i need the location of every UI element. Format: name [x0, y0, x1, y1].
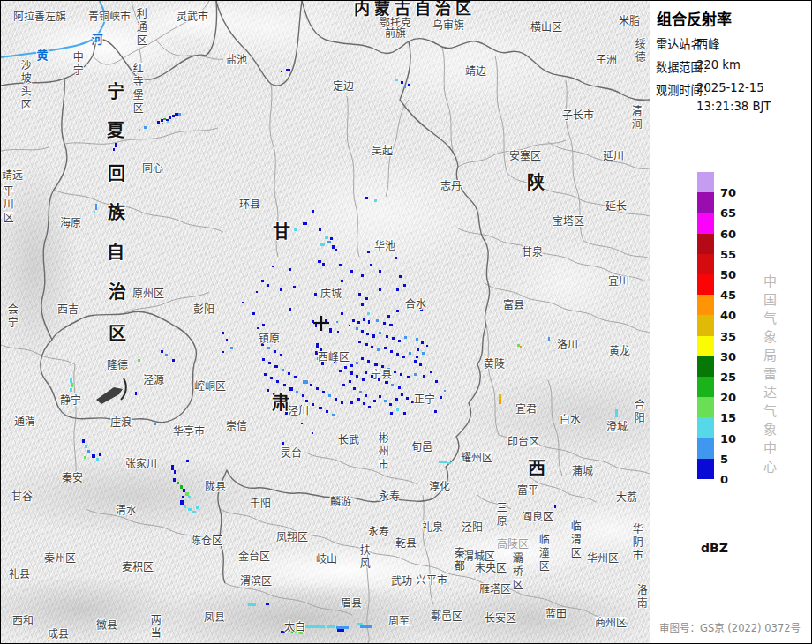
echo-dot — [261, 280, 264, 282]
echo-dot — [434, 410, 437, 413]
echo-dot — [316, 343, 319, 348]
echo-dot — [242, 302, 244, 303]
echo-dot — [312, 320, 314, 323]
echo-dot — [384, 400, 387, 402]
echo-dot — [70, 388, 72, 392]
echo-dot — [320, 348, 322, 352]
echo-dot — [256, 291, 258, 293]
echo-dot — [95, 204, 97, 210]
echo-dot — [222, 332, 224, 334]
echo-dot — [365, 394, 367, 397]
echo-dot — [398, 386, 401, 389]
echo-dot — [377, 348, 380, 351]
echo-dot — [294, 376, 297, 378]
echo-dot — [290, 631, 296, 633]
echo-dot — [293, 286, 296, 288]
legend-blocks — [697, 172, 714, 479]
echo-dot — [396, 408, 399, 411]
echo-dot — [267, 284, 269, 287]
echo-dot — [281, 631, 285, 633]
echo-dot — [414, 373, 417, 376]
echo-dot — [363, 318, 365, 321]
echo-dot — [385, 381, 388, 384]
echo-dot — [312, 432, 313, 434]
echo-dot — [226, 339, 228, 341]
echo-dot — [135, 392, 137, 395]
echo-dot — [365, 197, 368, 199]
echo-dot — [419, 363, 422, 366]
echo-dot — [408, 84, 410, 86]
echo-dot — [371, 375, 373, 378]
map-license-number: 审图号：GS京 (2022) 0372号 — [650, 620, 809, 634]
echo-dot — [167, 121, 169, 123]
echo-dot — [337, 629, 344, 632]
echo-dot — [99, 453, 102, 456]
echo-dot — [335, 249, 337, 251]
echo-dot — [360, 625, 372, 628]
echo-dot — [92, 454, 95, 458]
echo-dot — [367, 312, 370, 315]
echo-dot — [400, 373, 402, 376]
echo-dot — [403, 284, 406, 287]
legend-color-swatch — [697, 295, 714, 315]
echo-dot — [371, 346, 373, 348]
time-clock-value: 13:21:38 BJT — [696, 100, 771, 113]
echo-dot — [196, 506, 199, 509]
legend-tick-label: 0 — [720, 473, 728, 486]
echo-dot — [352, 319, 355, 322]
echo-dot — [356, 375, 358, 378]
echo-dot — [548, 337, 550, 341]
echo-dot — [327, 625, 335, 628]
echo-dot — [282, 369, 284, 371]
boundary-lines — [1, 1, 650, 643]
echo-dot — [379, 332, 381, 334]
echo-dot — [416, 356, 418, 358]
legend-color-swatch — [697, 315, 714, 335]
echo-dot — [396, 353, 399, 356]
echo-dot — [362, 378, 365, 381]
echo-dot — [319, 228, 321, 231]
echo-dot — [303, 380, 308, 384]
echo-dot — [356, 327, 358, 330]
echo-dot — [264, 373, 267, 376]
echo-dot — [267, 389, 269, 392]
echo-dot — [324, 353, 327, 356]
echo-dot — [267, 347, 270, 349]
echo-dot — [335, 398, 337, 401]
dark-ridge-mark — [96, 378, 126, 404]
echo-dot — [280, 288, 282, 291]
echo-dot — [416, 338, 418, 341]
legend-tick-label: 35 — [720, 329, 736, 342]
echo-dot — [192, 511, 196, 513]
echo-dot — [358, 293, 361, 296]
echo-dot — [365, 343, 368, 346]
echo-dot — [376, 319, 379, 322]
legend-color-swatch — [697, 234, 714, 254]
echo-dot — [337, 331, 339, 333]
echo-dot — [154, 423, 156, 425]
legend-color-swatch — [697, 274, 714, 295]
echo-dot — [317, 357, 320, 360]
echo-dot — [222, 351, 224, 353]
echo-dot — [341, 401, 343, 404]
echo-dot — [407, 376, 410, 378]
radar-map-canvas: 内蒙古自治区宁夏回族自治区甘肃陕西黄河阿拉善左旗青铜峡市灵武市利通区沙坡头区中宁… — [1, 1, 650, 643]
echo-dot — [322, 263, 325, 266]
echo-dot — [169, 363, 170, 364]
echo-dot — [302, 394, 304, 397]
echo-dot — [339, 370, 342, 372]
legend-tick-label: 15 — [720, 411, 736, 424]
echo-dot — [325, 319, 327, 322]
echo-dot — [315, 351, 318, 355]
legend-color-swatch — [697, 192, 714, 213]
echo-dot — [350, 371, 353, 375]
echo-dot — [182, 496, 184, 498]
legend-color-swatch — [697, 356, 714, 377]
legend-tick-label: 70 — [720, 186, 736, 199]
legend-tick-label: 40 — [720, 309, 736, 322]
echo-dot — [365, 371, 367, 374]
echo-dot — [420, 308, 423, 311]
echo-dot — [359, 391, 362, 393]
echo-dot — [387, 368, 390, 371]
echo-dot — [184, 505, 186, 508]
